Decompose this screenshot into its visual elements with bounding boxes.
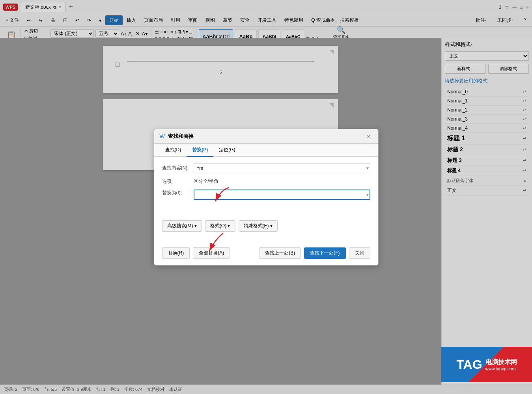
dialog-action-buttons: 高级搜索(M) ▾ 格式(O) ▾ 特殊格式(E) ▾ <box>162 220 370 232</box>
red-arrow-1 <box>209 186 233 206</box>
find-dropdown-arrow[interactable]: ▾ <box>366 165 369 171</box>
replace-dropdown-arrow[interactable]: ▾ <box>366 192 369 197</box>
watermark-tag: TAG <box>456 357 482 372</box>
dialog-title: 查找和替换 <box>168 133 365 140</box>
find-row: 查找内容(N): ▾ <box>162 163 370 173</box>
special-format-button[interactable]: 特殊格式(E) ▾ <box>239 220 278 232</box>
red-arrow-2 <box>205 231 225 255</box>
watermark-text-block: 电脑技术网 www.tagxp.com <box>485 358 517 371</box>
watermark-row: TAG 电脑技术网 www.tagxp.com <box>456 357 517 372</box>
tab-find[interactable]: 查找(D) <box>160 144 187 157</box>
advanced-search-button[interactable]: 高级搜索(M) ▾ <box>162 220 202 232</box>
close-dialog-button[interactable]: 关闭 <box>349 247 370 259</box>
dialog-overlay: W 查找和替换 × 查找(D) 替换(P) 定位(G) 查找内容(N): ▾ 选… <box>0 0 532 394</box>
options-row: 选项: 区分全/半角 <box>162 178 370 185</box>
dialog-footer: 替换(R) 全部替换(A) 查找上一处(B) 查找下一处(F) 关闭 <box>154 243 378 265</box>
dialog-spacer <box>162 201 370 217</box>
options-label: 选项: <box>162 178 194 185</box>
find-input[interactable] <box>194 163 370 173</box>
find-next-button[interactable]: 查找下一处(F) <box>304 247 345 259</box>
options-value: 区分全/半角 <box>194 178 218 185</box>
watermark-url: www.tagxp.com <box>485 366 517 371</box>
dialog-close-icon[interactable]: × <box>364 132 372 140</box>
dialog-tabs: 查找(D) 替换(P) 定位(G) <box>154 144 378 157</box>
replace-row: 替换为(I): ▾ <box>162 190 370 200</box>
dialog-wps-icon: W <box>160 133 165 139</box>
find-replace-dialog: W 查找和替换 × 查找(D) 替换(P) 定位(G) 查找内容(N): ▾ 选… <box>154 129 379 266</box>
tab-goto[interactable]: 定位(G) <box>213 144 241 157</box>
find-prev-button[interactable]: 查找上一处(B) <box>259 247 301 259</box>
find-label: 查找内容(N): <box>162 165 194 171</box>
dialog-header: W 查找和替换 × <box>154 129 378 144</box>
format-button[interactable]: 格式(O) ▾ <box>205 220 235 232</box>
replace-button[interactable]: 替换(R) <box>162 247 190 259</box>
watermark-content: TAG 电脑技术网 www.tagxp.com <box>456 357 517 372</box>
tab-replace[interactable]: 替换(P) <box>187 144 213 157</box>
dialog-body: 查找内容(N): ▾ 选项: 区分全/半角 替换为(I): ▾ <box>154 157 378 243</box>
watermark: TAG 电脑技术网 www.tagxp.com <box>441 347 532 382</box>
replace-label: 替换为(I): <box>162 190 194 196</box>
watermark-site: 电脑技术网 <box>485 358 517 366</box>
